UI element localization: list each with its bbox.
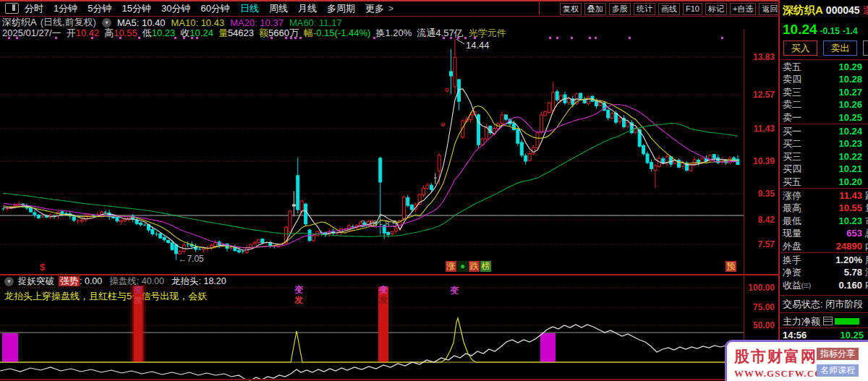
sidebar-row[interactable]: 买一10.24 [783, 125, 868, 137]
price-row: 10.24-0.15-1.4 [783, 22, 858, 38]
collapse-icon[interactable]: ▾ [102, 18, 111, 27]
toolbar-button-0[interactable]: 复权 [560, 3, 582, 15]
watermark-badge-1[interactable]: 名师课程 [817, 364, 859, 377]
svg-text:7.57: 7.57 [758, 239, 775, 249]
svg-text:13.83: 13.83 [753, 52, 775, 62]
sidebar-row: 涨停11.43跌 [783, 189, 868, 202]
menu-item-3[interactable]: 15分钟 [122, 2, 150, 15]
sidebar-row[interactable]: 买五10.20 [783, 176, 868, 188]
stock-code: 000045 [826, 4, 860, 16]
forecast-tile[interactable]: 预 [726, 261, 736, 272]
last-price: 10.24 [783, 22, 817, 37]
svg-text:9.35: 9.35 [758, 189, 775, 199]
sidebar-row[interactable]: 卖二10.26 [783, 98, 868, 111]
sell-button[interactable]: 卖出 [823, 40, 857, 56]
updown-board-tile[interactable]: 涨 [446, 261, 456, 272]
sidebar-row: 净资5.78流 [783, 266, 868, 278]
separator [780, 312, 868, 313]
split-window-icon[interactable] [5, 3, 19, 14]
trade-buttons: 买入 卖出 [783, 40, 868, 56]
watermark-box: 股市财富网 WWW.GSCFW.COM 指标分享名师课程 [725, 340, 868, 381]
menu-item-2[interactable]: 5分钟 [88, 2, 111, 15]
signal-char: 发 [378, 295, 388, 305]
menu-item-7[interactable]: 周线 [269, 2, 288, 15]
money-mark: $ [40, 262, 45, 273]
tdx-window: 分时1分钟5分钟15分钟30分钟60分钟日线周线月线多周期更多> 复权叠加多股统… [0, 0, 868, 381]
separator [780, 188, 868, 189]
toolbar-button-4[interactable]: 画线 [658, 3, 680, 15]
sidebar-row[interactable]: 买三10.22 [783, 150, 868, 163]
main-area: 分时1分钟5分钟15分钟30分钟60分钟日线周线月线多周期更多> 复权叠加多股统… [0, 0, 778, 381]
candlestick-chart: 13.8312.5711.4310.399.358.427.578.48 - 8… [0, 29, 778, 275]
updown-board-tile[interactable]: 榜 [480, 261, 491, 272]
main-flow-label: 主力净额 [783, 316, 820, 327]
separator [780, 252, 868, 253]
list-icon [823, 317, 833, 325]
quote-sidebar: 深纺织A000045 退 10.24-0.15-1.4 买入 卖出 卖五10.2… [778, 0, 868, 381]
buy-button[interactable]: 买入 [783, 40, 817, 56]
signal-char: 变 [378, 285, 388, 295]
watermark-badge-0[interactable]: 指标分享 [817, 348, 859, 360]
svg-text:11.43: 11.43 [754, 124, 775, 134]
sidebar-row[interactable]: 买二10.23 [783, 137, 868, 150]
svg-text:75.00: 75.00 [753, 302, 775, 312]
menu-item-6[interactable]: 日线 [240, 2, 259, 15]
signal-char: 变 [449, 286, 459, 296]
menu-item-5[interactable]: 60分钟 [200, 2, 229, 15]
sidebar-row: 最高10.55量 [783, 202, 868, 214]
menu-item-8[interactable]: 月线 [298, 2, 317, 15]
toolbar-button-3[interactable]: 统计 [634, 3, 655, 15]
toolbar-button-2[interactable]: 多股 [609, 3, 631, 15]
toolbar-button-7[interactable]: +自选 [730, 3, 756, 15]
toolbar-button-8[interactable]: 返回 [759, 3, 780, 15]
menu-item-1[interactable]: 1分钟 [54, 2, 77, 15]
sidebar-row[interactable]: 卖四10.28 [783, 73, 868, 85]
tick-row: 14:5610.25 [783, 330, 865, 341]
svg-text:50.00: 50.00 [753, 320, 775, 330]
stock-name: 深纺织A [783, 4, 823, 16]
sidebar-row[interactable]: 买四10.21 [783, 163, 868, 175]
toolbar-button-6[interactable]: 标记 [705, 3, 727, 15]
sidebar-row: 现量653总 [783, 227, 868, 239]
sidebar-row: 收益㈢0.160P [783, 279, 868, 291]
separator [780, 59, 868, 60]
separator [780, 295, 868, 296]
menu-item-9[interactable]: 多周期 [327, 2, 355, 15]
more-arrow-icon: > [388, 4, 393, 14]
toolbar-button-1[interactable]: 叠加 [584, 3, 606, 15]
signal-char: 发 [133, 295, 142, 305]
watermark-site: 股市财富网 [734, 346, 817, 367]
toolbar-button-5[interactable]: F10 [683, 3, 702, 15]
trade-status: 交易状态: 闭市阶段 [783, 298, 863, 311]
sidebar-row[interactable]: 卖三10.27 [783, 86, 868, 98]
updown-board-tile[interactable]: 跌 [469, 261, 480, 272]
sidebar-row: 换手1.20%股 [783, 254, 868, 266]
signal-char: 发 [294, 295, 303, 305]
extra-button-sliver[interactable] [863, 40, 868, 56]
signal-char: 变 [133, 285, 142, 295]
tick-price: 10.25 [840, 330, 864, 341]
menu-item-10[interactable]: 更多 [365, 2, 384, 15]
svg-text:10.39: 10.39 [753, 156, 775, 166]
svg-text:12.57: 12.57 [753, 90, 775, 100]
price-change-pct: -1.4 [843, 26, 858, 36]
peak-annotation: 14.44 [466, 40, 490, 51]
svg-text:100.00: 100.00 [748, 283, 775, 293]
sidebar-row[interactable]: 卖一10.25 [783, 111, 868, 124]
sidebar-row[interactable]: 卖五10.29 [783, 61, 868, 73]
sidebar-row: 外盘24890内 [783, 240, 868, 252]
magenta-signal-bar [540, 333, 556, 362]
menu-item-4[interactable]: 30分钟 [161, 2, 190, 15]
sidebar-row: 最低10.23市 [783, 215, 868, 227]
separator [780, 124, 868, 124]
toolbar-buttons: 复权叠加多股统计画线F10标记+自选返回 [560, 1, 780, 16]
menu-item-0[interactable]: 分时 [25, 2, 43, 15]
magenta-signal-bar [2, 333, 18, 362]
signal-char: 变 [294, 285, 303, 295]
period-menu-bar: 分时1分钟5分钟15分钟30分钟60分钟日线周线月线多周期更多> 复权叠加多股统… [0, 1, 778, 17]
main-flow-row[interactable]: 主力净额 [783, 315, 833, 328]
price-change: -0.15 [820, 26, 840, 36]
updown-board-tile[interactable]: ● [457, 261, 468, 272]
indicator-chart: 100.0075.0050.00变发变发变发变 [0, 275, 778, 381]
flow-green-bar [835, 318, 859, 325]
